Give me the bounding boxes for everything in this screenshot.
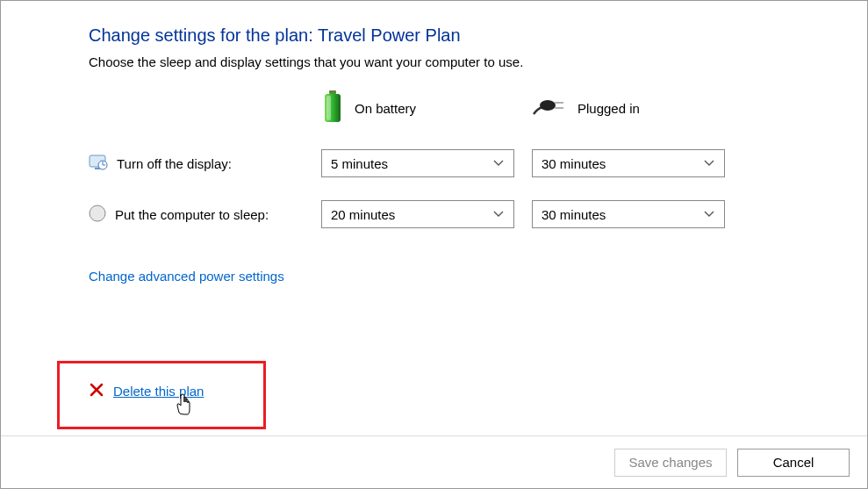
select-display-plugged[interactable]: 30 minutes (532, 149, 725, 177)
save-button: Save changes (614, 449, 727, 477)
row-label-sleep: Put the computer to sleep: (89, 205, 321, 225)
select-display-battery-value: 5 minutes (331, 156, 388, 171)
select-sleep-plugged-value: 30 minutes (542, 207, 606, 222)
select-display-battery[interactable]: 5 minutes (321, 149, 514, 177)
select-sleep-battery[interactable]: 20 minutes (321, 200, 514, 228)
battery-icon (321, 90, 344, 126)
svg-rect-0 (329, 90, 336, 94)
row-label-display: Turn off the display: (89, 153, 321, 175)
row-label-display-text: Turn off the display: (117, 156, 232, 171)
column-header-plugged: Plugged in (532, 97, 725, 120)
delete-x-icon (89, 382, 104, 400)
chevron-down-icon (492, 208, 505, 220)
cancel-button[interactable]: Cancel (737, 449, 850, 477)
column-header-plugged-label: Plugged in (577, 101, 640, 116)
select-sleep-plugged[interactable]: 30 minutes (532, 200, 725, 228)
column-header-battery: On battery (321, 90, 514, 126)
display-icon (89, 153, 108, 175)
row-label-sleep-text: Put the computer to sleep: (115, 207, 269, 222)
svg-point-11 (90, 205, 105, 221)
svg-point-3 (540, 100, 556, 111)
svg-rect-2 (326, 96, 331, 120)
select-sleep-battery-value: 20 minutes (331, 207, 395, 222)
moon-icon (89, 205, 106, 225)
svg-rect-4 (555, 102, 563, 104)
plug-icon (532, 97, 567, 120)
footer-bar: Save changes Cancel (1, 435, 867, 488)
column-header-battery-label: On battery (355, 101, 416, 116)
chevron-down-icon (492, 157, 505, 169)
link-advanced-settings[interactable]: Change advanced power settings (89, 269, 284, 284)
select-display-plugged-value: 30 minutes (542, 156, 606, 171)
svg-rect-5 (555, 107, 563, 109)
page-title: Change settings for the plan: Travel Pow… (89, 25, 850, 46)
link-delete-plan[interactable]: Delete this plan (113, 384, 204, 399)
page-subtitle: Choose the sleep and display settings th… (89, 54, 850, 69)
chevron-down-icon (703, 208, 715, 220)
chevron-down-icon (703, 157, 715, 169)
